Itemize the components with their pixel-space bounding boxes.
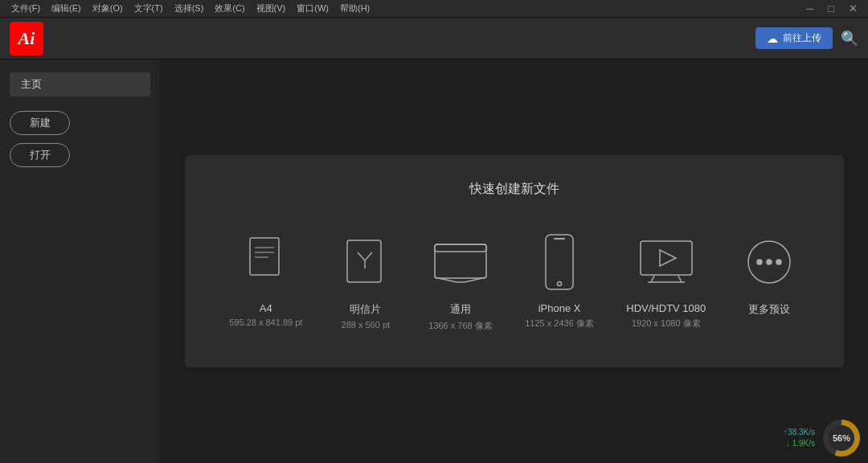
menu-item-file[interactable]: 文件(F) [6,1,45,16]
sidebar: 主页 新建 打开 [0,59,161,463]
template-postcard-name: 明信片 [350,302,381,317]
search-icon[interactable]: 🔍 [841,30,858,47]
cloud-icon: ☁ [767,32,778,45]
statusbar: ↑38.3K/s ↓ 1.9K/s 56% [784,420,860,457]
titlebar-menu: 文件(F) 编辑(E) 对象(O) 文字(T) 选择(S) 效果(C) 视图(V… [6,1,375,16]
cpu-usage-value: 56% [829,425,854,451]
template-postcard[interactable]: 明信片 288 x 560 pt [326,223,406,336]
cloud-button-label: 前往上传 [783,31,821,45]
menu-item-view[interactable]: 视图(V) [252,1,291,16]
menu-item-help[interactable]: 帮助(H) [335,1,375,16]
maximize-button[interactable]: □ [824,2,838,14]
template-more-name: 更多预设 [748,302,790,317]
template-hdtv-size: 1920 x 1080 像素 [632,318,701,330]
svg-rect-14 [641,241,692,275]
template-postcard-size: 288 x 560 pt [342,320,391,330]
quick-create-title: 快速创建新文件 [217,181,812,198]
svg-point-22 [776,260,781,264]
svg-line-17 [678,276,682,282]
close-button[interactable]: ✕ [845,2,862,14]
template-iphone-name: iPhone X [538,302,581,314]
appbar-right: ☁ 前往上传 🔍 [755,27,858,49]
network-stats: ↑38.3K/s ↓ 1.9K/s [784,427,815,449]
content-area: 快速创建新文件 A4 595.28 x 841.89 pt [161,59,868,463]
template-more-icon [741,230,797,294]
template-hdtv-icon [638,230,694,294]
menu-item-object[interactable]: 对象(O) [88,1,128,16]
upload-speed: ↑38.3K/s [784,427,815,438]
menu-item-text[interactable]: 文字(T) [129,1,168,16]
svg-marker-15 [660,250,676,266]
open-button[interactable]: 打开 [10,143,70,167]
template-a4[interactable]: A4 595.28 x 841.89 pt [219,223,312,334]
svg-point-20 [757,260,762,264]
svg-rect-6 [435,244,486,278]
menu-item-effect[interactable]: 效果(C) [210,1,249,16]
svg-point-13 [558,282,562,286]
minimize-button[interactable]: ─ [802,2,817,14]
appbar: Ai ☁ 前往上传 🔍 [0,18,868,59]
template-iphone-size: 1125 x 2436 像素 [525,318,594,330]
template-iphone-icon [531,230,588,294]
templates-row: A4 595.28 x 841.89 pt 明信片 288 x 560 pt [217,223,812,338]
new-button[interactable]: 新建 [10,111,70,135]
cloud-upload-button[interactable]: ☁ 前往上传 [755,27,833,49]
menu-item-window[interactable]: 窗口(W) [292,1,334,16]
template-postcard-icon [338,230,394,294]
template-a4-icon [238,230,294,294]
svg-point-21 [767,260,772,264]
home-nav-item[interactable]: 主页 [10,72,150,96]
template-general-size: 1366 x 768 像素 [428,320,493,332]
template-more[interactable]: 更多预设 [729,223,809,326]
svg-rect-7 [435,244,486,252]
template-hdtv[interactable]: HDV/HDTV 1080 1920 x 1080 像素 [616,223,715,336]
app-logo: Ai [10,22,43,55]
cpu-usage-circle: 56% [823,420,860,457]
download-speed: ↓ 1.9K/s [786,438,815,449]
window-controls: ─ □ ✕ [802,2,862,14]
template-general[interactable]: 通用 1366 x 768 像素 [419,223,502,338]
template-a4-size: 595.28 x 841.89 pt [229,318,302,327]
quick-create-panel: 快速创建新文件 A4 595.28 x 841.89 pt [185,155,844,367]
template-general-icon [432,230,489,294]
template-iphone[interactable]: iPhone X 1125 x 2436 像素 [515,223,604,336]
template-general-name: 通用 [450,302,471,317]
main-area: 主页 新建 打开 快速创建新文件 A4 [0,59,868,463]
menu-item-edit[interactable]: 编辑(E) [47,1,86,16]
template-hdtv-name: HDV/HDTV 1080 [626,302,706,314]
svg-rect-0 [250,238,279,275]
svg-rect-4 [347,240,381,282]
template-a4-name: A4 [260,302,272,314]
svg-line-16 [651,276,654,282]
menu-item-select[interactable]: 选择(S) [170,1,209,16]
titlebar: 文件(F) 编辑(E) 对象(O) 文字(T) 选择(S) 效果(C) 视图(V… [0,0,868,18]
